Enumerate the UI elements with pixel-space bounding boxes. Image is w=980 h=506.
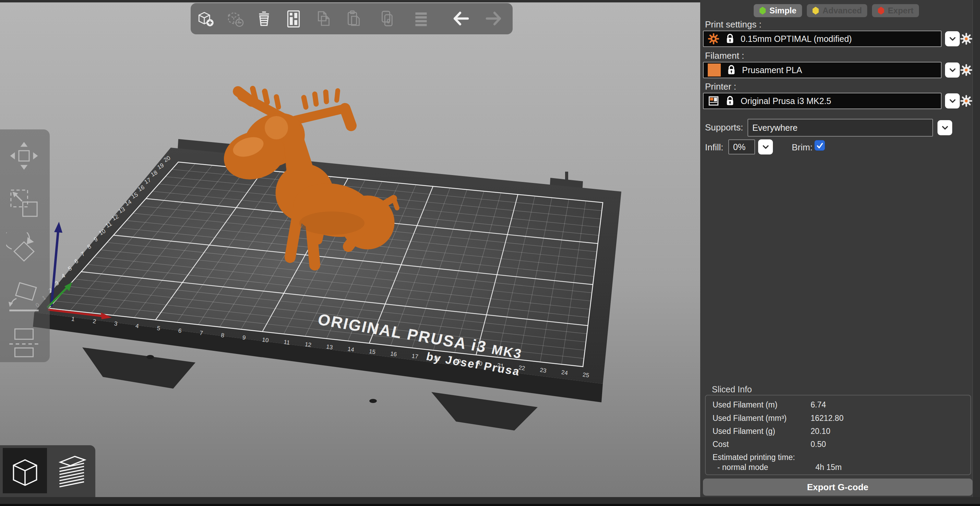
viewport-3d: 1234567891011121314151617181920212223242… bbox=[0, 0, 700, 506]
redo-arrow-icon bbox=[483, 8, 504, 29]
mode-simple-label: Simple bbox=[770, 6, 797, 16]
brim-label: Brim: bbox=[792, 142, 813, 153]
cut-tool-button[interactable] bbox=[3, 321, 45, 361]
brim-checkbox[interactable] bbox=[815, 140, 825, 151]
add-object-button[interactable] bbox=[192, 5, 218, 32]
printer-icon bbox=[708, 95, 719, 107]
bed-ruler-number: 17 bbox=[412, 353, 419, 360]
printer-dropdown-button[interactable] bbox=[945, 93, 960, 109]
paste-button[interactable] bbox=[341, 5, 367, 32]
status-bar bbox=[0, 497, 980, 504]
filament-value: Prusament PLA bbox=[742, 65, 802, 75]
chevron-down-icon bbox=[760, 142, 771, 152]
print-settings-label: Print settings : bbox=[705, 19, 762, 30]
arrange-button[interactable] bbox=[280, 5, 307, 32]
print-settings-value: 0.15mm OPTIMAL (modified) bbox=[741, 34, 852, 44]
lock-icon bbox=[724, 33, 736, 45]
sliced-info-box: Used Filament (m) 6.74 Used Filament (mm… bbox=[705, 395, 971, 475]
mode-advanced-label: Advanced bbox=[822, 6, 862, 16]
infill-dropdown-button[interactable] bbox=[758, 139, 773, 155]
printer-value: Original Prusa i3 MK2.5 bbox=[741, 96, 831, 106]
filament-label: Filament : bbox=[705, 51, 744, 61]
top-toolbar: 0 bbox=[191, 3, 512, 34]
bed-ruler-number: 14 bbox=[347, 346, 355, 353]
bed-ruler-number: 25 bbox=[582, 372, 589, 378]
sliced-info-row: - normal mode 4h 15m bbox=[713, 463, 963, 472]
split-button[interactable] bbox=[408, 5, 434, 32]
printer-gear-button[interactable] bbox=[960, 95, 972, 107]
filament-dropdown-button[interactable] bbox=[945, 62, 960, 78]
scale-tool-button[interactable] bbox=[3, 183, 45, 223]
delete-all-button[interactable] bbox=[251, 5, 277, 32]
mode-expert-button[interactable]: Expert bbox=[872, 4, 919, 17]
move-icon bbox=[6, 138, 42, 174]
arrange-icon bbox=[283, 8, 304, 29]
infill-combo[interactable]: 0% bbox=[728, 139, 755, 155]
view-toggle-panel bbox=[0, 445, 95, 497]
copy-icon bbox=[313, 8, 334, 29]
sliced-info-row: Used Filament (m) 6.74 bbox=[713, 400, 963, 410]
scale-icon bbox=[6, 185, 42, 221]
place-on-face-tool-button[interactable] bbox=[3, 276, 45, 317]
rotate-icon bbox=[6, 232, 42, 268]
view-layers-button[interactable] bbox=[49, 448, 93, 493]
printer-label: Printer : bbox=[705, 81, 736, 92]
print-settings-gear-button[interactable] bbox=[960, 33, 972, 45]
bed-ruler-number: 16 bbox=[390, 351, 397, 358]
bed-ruler-number: 10 bbox=[262, 337, 269, 344]
sliced-info-title: Sliced Info bbox=[712, 385, 752, 394]
undo-button[interactable] bbox=[448, 5, 474, 32]
prusaslicer-window: 1234567891011121314151617181920212223242… bbox=[0, 0, 980, 506]
mode-advanced-button[interactable]: Advanced bbox=[807, 4, 867, 17]
undo-arrow-icon bbox=[450, 8, 471, 29]
bed-ruler-number: 15 bbox=[369, 348, 376, 355]
bed-ruler-number: 12 bbox=[304, 341, 312, 348]
redo-button[interactable] bbox=[481, 5, 507, 32]
place-on-face-icon bbox=[6, 279, 42, 314]
rotate-tool-button[interactable] bbox=[3, 230, 45, 270]
bed-ruler-number: 24 bbox=[561, 369, 568, 376]
filament-combo[interactable]: Prusament PLA bbox=[703, 62, 942, 78]
cube-3d-icon bbox=[6, 452, 44, 490]
trash-icon bbox=[253, 8, 275, 29]
lock-icon bbox=[724, 95, 736, 107]
delete-object-button[interactable] bbox=[221, 5, 248, 32]
paste-icon bbox=[343, 8, 364, 29]
supports-label: Supports: bbox=[705, 122, 743, 133]
gear-icon bbox=[960, 95, 972, 107]
mode-simple-button[interactable]: Simple bbox=[754, 4, 802, 17]
filament-color-swatch bbox=[708, 64, 721, 77]
simple-mode-icon bbox=[759, 7, 766, 15]
instances-icon: 0 bbox=[377, 8, 398, 29]
gear-icon bbox=[708, 33, 719, 45]
supports-dropdown-button[interactable] bbox=[937, 120, 952, 135]
export-gcode-button[interactable]: Export G-code bbox=[703, 479, 972, 496]
view-3d-button[interactable] bbox=[3, 448, 47, 493]
advanced-mode-icon bbox=[812, 7, 819, 15]
window-bottom-edge bbox=[0, 504, 980, 506]
check-icon bbox=[816, 141, 824, 150]
bed-ruler-number: 11 bbox=[283, 339, 290, 346]
sliced-info-row: Used Filament (g) 20.10 bbox=[713, 427, 963, 436]
sliced-info-row: Used Filament (mm³) 16212.80 bbox=[713, 413, 963, 423]
infill-value: 0% bbox=[733, 142, 745, 152]
instances-button[interactable]: 0 bbox=[374, 5, 401, 32]
sidebar-scrollbar[interactable] bbox=[972, 0, 980, 497]
svg-text:0: 0 bbox=[387, 18, 390, 25]
print-settings-dropdown-button[interactable] bbox=[945, 31, 960, 46]
expert-mode-icon bbox=[878, 7, 885, 15]
filament-gear-button[interactable] bbox=[960, 64, 972, 76]
left-toolbar bbox=[0, 129, 50, 362]
chevron-down-icon bbox=[947, 96, 958, 106]
printer-combo[interactable]: Original Prusa i3 MK2.5 bbox=[703, 93, 942, 109]
supports-combo[interactable]: Everywhere bbox=[748, 119, 933, 137]
print-settings-combo[interactable]: 0.15mm OPTIMAL (modified) bbox=[703, 30, 942, 47]
cut-icon bbox=[6, 323, 42, 359]
chevron-down-icon bbox=[947, 34, 958, 44]
copy-button[interactable] bbox=[311, 5, 337, 32]
sliced-info-row: Cost 0.50 bbox=[713, 440, 963, 449]
layers-icon bbox=[410, 8, 432, 29]
move-tool-button[interactable] bbox=[3, 136, 45, 176]
chevron-down-icon bbox=[947, 65, 958, 75]
chevron-down-icon bbox=[940, 123, 950, 133]
